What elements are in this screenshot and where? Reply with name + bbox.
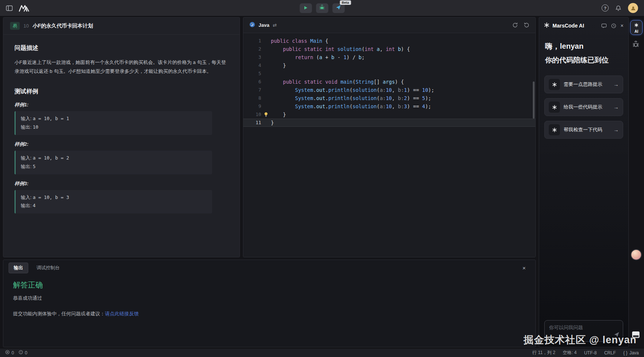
status-bar: 0 0 行 11，列 2 空格: 4 UTF-8 CRLF { } Java	[0, 348, 644, 357]
top-bar: Beta ?	[0, 0, 644, 16]
run-button[interactable]	[299, 3, 312, 13]
language-switch-icon[interactable]: ⇄	[273, 22, 277, 28]
code-line[interactable]: 3 return (a + b - 1) / b;	[243, 53, 535, 61]
feedback-icon[interactable]	[601, 23, 607, 29]
language-label: Java	[629, 350, 639, 356]
play-icon	[304, 5, 308, 12]
ai-header: MarsCode AI ×	[539, 17, 628, 34]
code-text: public static int solution(int a, int b)…	[271, 45, 410, 53]
editor-tab-label[interactable]: Java	[259, 22, 269, 28]
debug-button[interactable]	[316, 3, 328, 13]
sample-output: 输出: 10	[21, 123, 207, 132]
reset-code-icon[interactable]	[524, 22, 529, 28]
line-number: 10	[243, 110, 261, 119]
error-count[interactable]: 0	[5, 350, 14, 356]
scrollbar-thumb[interactable]	[533, 81, 535, 119]
eol-setting[interactable]: CRLF	[604, 350, 616, 356]
code-line[interactable]: 1public class Main {	[243, 37, 535, 45]
sparkle-icon	[549, 79, 560, 90]
code-line[interactable]: 6 public static void main(String[] args)…	[243, 78, 535, 86]
glyph-margin	[261, 61, 271, 70]
problem-panel: 易 10 小F的永久代币卡回本计划 问题描述 小F最近迷上了玩一款游戏，她面前有…	[3, 17, 240, 257]
sample-box: 输入: a = 10, b = 3输出: 4	[15, 190, 212, 214]
code-line[interactable]: 2 public static int solution(int a, int …	[243, 45, 535, 53]
sparkle-icon	[549, 124, 560, 135]
code-line[interactable]: 8 System.out.println(solution(a:10, b:2)…	[243, 94, 535, 102]
feedback-link[interactable]: 请点此链接反馈	[105, 311, 139, 316]
arrow-right-icon: →	[613, 81, 619, 87]
suggestion-label: 帮我检查一下代码	[564, 126, 610, 133]
user-avatar[interactable]	[628, 3, 638, 13]
glyph-margin	[261, 45, 271, 53]
tab-output[interactable]: 输出	[9, 263, 28, 273]
language-mode[interactable]: { } Java	[623, 350, 639, 356]
problem-title: 小F的永久代币卡回本计划	[32, 23, 93, 29]
beta-badge: Beta	[340, 0, 351, 5]
watermark: 掘金技术社区 @ lenyan	[523, 333, 637, 347]
code-line[interactable]: 11}	[243, 119, 535, 127]
ai-panel-title: MarsCode AI	[552, 23, 584, 29]
code-text: return (a + b - 1) / b;	[271, 53, 365, 61]
sample-label: 样例3:	[15, 180, 228, 187]
code-line[interactable]: 7 System.out.println(solution(a:10, b:1)…	[243, 86, 535, 94]
ai-suggestion-button[interactable]: 给我一些代码提示→	[544, 98, 623, 116]
error-icon	[5, 350, 10, 356]
ai-suggestion-button[interactable]: 帮我检查一下代码→	[544, 121, 623, 139]
glyph-margin	[261, 78, 271, 86]
feedback-text: 提交功能内测体验中，任何问题或者建议：	[13, 311, 105, 316]
result-subtitle: 恭喜成功通过	[13, 295, 526, 302]
profile-avatar[interactable]	[631, 249, 642, 260]
lightbulb-icon[interactable]	[261, 110, 271, 119]
code-line[interactable]: 10 }	[243, 110, 535, 119]
warning-count[interactable]: 0	[19, 350, 28, 356]
code-line[interactable]: 5	[243, 70, 535, 78]
feedback-line: 提交功能内测体验中，任何问题或者建议：请点此链接反馈	[13, 311, 526, 317]
code-text: }	[271, 110, 286, 119]
refresh-icon[interactable]	[512, 22, 518, 28]
glyph-margin	[261, 94, 271, 102]
close-icon[interactable]: ×	[518, 265, 530, 271]
line-number: 9	[243, 102, 261, 110]
sparkle-icon	[544, 22, 550, 29]
output-tab-bar: 输出 调试控制台 ×	[3, 260, 535, 276]
bug-icon	[320, 5, 325, 12]
debug-bot-icon[interactable]	[632, 41, 639, 49]
main-area: 易 10 小F的永久代币卡回本计划 问题描述 小F最近迷上了玩一款游戏，她面前有…	[0, 16, 644, 348]
indent-setting[interactable]: 空格: 4	[563, 350, 577, 356]
code-text: System.out.println(solution(a:10, b:2) =…	[271, 94, 431, 102]
problem-body: 问题描述 小F最近迷上了玩一款游戏，她面前有一个永久代币卡的购买机会。该卡片的价…	[3, 35, 240, 257]
activity-strip: AI	[629, 16, 644, 348]
sample-label: 样例1:	[15, 102, 228, 108]
help-icon[interactable]: ?	[602, 4, 609, 12]
tab-debug-console[interactable]: 调试控制台	[31, 263, 65, 273]
chat-input[interactable]	[549, 325, 613, 330]
error-count-value: 0	[12, 350, 14, 356]
line-number: 2	[243, 45, 261, 53]
code-editor[interactable]: 1public class Main {2 public static int …	[243, 33, 535, 257]
glyph-margin	[261, 70, 271, 78]
app-window: Beta ? 易 10 小F的永久代币卡回本计划 问题描述 小F最近迷上了玩一款…	[0, 0, 644, 357]
cursor-position[interactable]: 行 11，列 2	[532, 350, 555, 356]
editor-tab-bar: Java ⇄	[243, 17, 535, 33]
sample-input: 输入: a = 10, b = 1	[21, 115, 207, 123]
line-number: 6	[243, 78, 261, 86]
description-heading: 问题描述	[15, 44, 228, 52]
close-icon[interactable]: ×	[621, 23, 624, 29]
samples-heading: 测试样例	[15, 88, 228, 96]
problem-description: 小F最近迷上了玩一款游戏，她面前有一个永久代币卡的购买机会。该卡片的价格为 a …	[15, 58, 228, 76]
ai-suggestion-button[interactable]: 需要一点思路提示→	[544, 75, 623, 93]
output-panel: 输出 调试控制台 × 解答正确 恭喜成功通过 提交功能内测体验中，任何问题或者建…	[3, 260, 536, 347]
arrow-right-icon: →	[613, 104, 619, 110]
code-line[interactable]: 9 System.out.println(solution(a:10, b:3)…	[243, 102, 535, 110]
history-icon[interactable]	[611, 23, 616, 29]
braces-icon: { }	[623, 350, 627, 356]
sample-label: 样例2:	[15, 141, 228, 148]
ai-toggle-button[interactable]: AI	[630, 20, 643, 35]
code-line[interactable]: 4 }	[243, 61, 535, 70]
submit-button[interactable]: Beta	[332, 3, 345, 13]
marscode-logo[interactable]	[19, 4, 30, 12]
sidebar-toggle-icon[interactable]	[6, 5, 13, 11]
bell-icon[interactable]	[615, 5, 621, 11]
encoding[interactable]: UTF-8	[584, 350, 597, 356]
ai-suggestions: 需要一点思路提示→给我一些代码提示→帮我检查一下代码→	[539, 65, 628, 139]
